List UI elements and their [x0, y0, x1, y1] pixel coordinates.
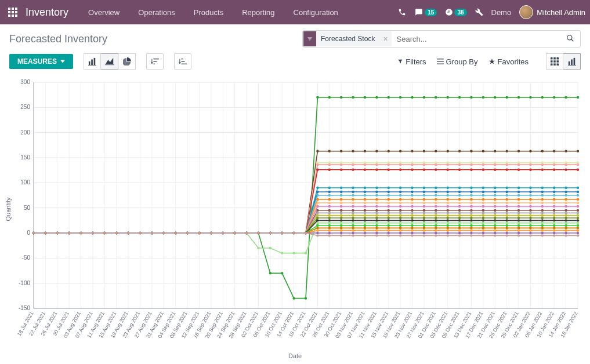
- filter-icon: [303, 31, 316, 46]
- svg-point-1035: [458, 227, 461, 229]
- user-menu[interactable]: Mitchell Admin: [519, 5, 585, 19]
- svg-point-716: [577, 209, 579, 212]
- activities-badge: 38: [454, 9, 466, 16]
- svg-point-528: [577, 194, 579, 196]
- svg-point-790: [340, 214, 342, 216]
- search-facet: Forecasted Stock ×: [303, 31, 392, 46]
- svg-point-329: [446, 163, 448, 166]
- messages-button[interactable]: 15: [414, 8, 437, 16]
- svg-point-1178: [482, 234, 484, 236]
- svg-point-370: [375, 169, 378, 171]
- svg-point-944: [494, 221, 496, 224]
- debug-button[interactable]: [475, 8, 483, 16]
- svg-point-376: [446, 169, 448, 171]
- menu-overview[interactable]: Overview: [80, 2, 128, 23]
- svg-point-506: [316, 194, 318, 196]
- svg-point-566: [470, 198, 472, 201]
- sort-desc-icon: [151, 58, 159, 65]
- activities-button[interactable]: 38: [445, 8, 466, 16]
- svg-point-990: [482, 224, 484, 227]
- search-button[interactable]: [560, 34, 580, 44]
- svg-point-707: [470, 209, 472, 212]
- svg-point-703: [423, 209, 425, 212]
- demo-label[interactable]: Demo: [491, 8, 512, 17]
- svg-point-741: [316, 212, 318, 214]
- svg-point-982: [388, 224, 390, 227]
- menu-reporting[interactable]: Reporting: [234, 2, 283, 23]
- svg-point-993: [517, 224, 520, 227]
- svg-point-841: [388, 217, 390, 219]
- favorites-button[interactable]: Favorites: [488, 57, 529, 66]
- menu-configuration[interactable]: Configuration: [285, 2, 346, 23]
- facet-remove[interactable]: ×: [379, 34, 391, 43]
- svg-point-1156: [222, 232, 224, 234]
- pie-chart-button[interactable]: [118, 53, 136, 70]
- measures-button[interactable]: MEASURES: [9, 54, 73, 69]
- svg-point-526: [553, 194, 555, 196]
- svg-point-941: [458, 221, 461, 224]
- svg-point-1090: [553, 229, 555, 231]
- svg-point-1031: [411, 227, 413, 229]
- svg-point-696: [340, 209, 342, 212]
- pivot-view-button[interactable]: [546, 53, 563, 70]
- svg-point-933: [364, 221, 366, 224]
- measures-label: MEASURES: [17, 57, 57, 65]
- svg-point-795: [399, 214, 401, 216]
- svg-point-950: [564, 221, 567, 224]
- svg-point-983: [399, 224, 401, 227]
- svg-point-1175: [446, 234, 448, 236]
- svg-point-882: [316, 219, 318, 221]
- svg-point-379: [482, 169, 484, 171]
- svg-point-516: [435, 194, 437, 196]
- svg-point-1027: [364, 227, 366, 229]
- svg-point-892: [435, 219, 437, 221]
- svg-point-757: [505, 212, 508, 214]
- svg-point-856: [564, 217, 567, 219]
- svg-point-755: [482, 212, 484, 214]
- svg-point-239: [494, 150, 496, 152]
- apps-menu-button[interactable]: [5, 4, 21, 20]
- groupby-button[interactable]: Group By: [437, 57, 478, 66]
- sort-asc-button[interactable]: [174, 53, 191, 70]
- graph-view-button[interactable]: [563, 53, 581, 70]
- line-chart-icon: [105, 57, 114, 65]
- svg-point-854: [541, 217, 544, 219]
- svg-point-885: [352, 219, 354, 221]
- svg-point-838: [352, 217, 354, 219]
- svg-point-747: [388, 212, 390, 214]
- svg-rect-14: [88, 65, 96, 65]
- menu-products[interactable]: Products: [186, 2, 231, 23]
- svg-point-422: [435, 187, 437, 189]
- svg-text:50: 50: [24, 205, 31, 211]
- svg-point-901: [541, 219, 544, 221]
- svg-point-469: [435, 191, 437, 193]
- svg-point-940: [446, 221, 448, 224]
- phone-button[interactable]: [398, 8, 406, 16]
- svg-point-322: [364, 163, 366, 166]
- svg-text:200: 200: [20, 129, 30, 136]
- sort-desc-button[interactable]: [146, 53, 164, 70]
- svg-point-425: [470, 187, 472, 189]
- svg-point-1140: [32, 232, 35, 234]
- filters-button[interactable]: Filters: [397, 57, 426, 66]
- svg-point-1085: [494, 229, 496, 231]
- svg-point-416: [364, 187, 366, 189]
- svg-rect-1: [12, 8, 14, 10]
- svg-rect-0: [8, 8, 10, 10]
- line-chart[interactable]: -150-100-5005010015020025030018 Jul 2021…: [7, 78, 581, 350]
- menu-operations[interactable]: Operations: [130, 2, 183, 23]
- svg-point-1088: [529, 229, 531, 231]
- app-title[interactable]: Inventory: [26, 6, 68, 19]
- search-bar[interactable]: Forecasted Stock ×: [302, 30, 581, 48]
- filter-group: Filters Group By Favorites: [397, 57, 529, 66]
- bar-chart-button[interactable]: [84, 53, 101, 70]
- svg-point-852: [517, 217, 520, 219]
- svg-point-1151: [162, 232, 165, 234]
- svg-point-234: [435, 150, 437, 152]
- line-chart-button[interactable]: [101, 53, 118, 70]
- graph-icon: [568, 57, 576, 65]
- svg-point-1144: [79, 232, 82, 234]
- svg-point-1142: [56, 232, 59, 234]
- svg-point-459: [316, 191, 318, 193]
- search-input[interactable]: [392, 32, 560, 46]
